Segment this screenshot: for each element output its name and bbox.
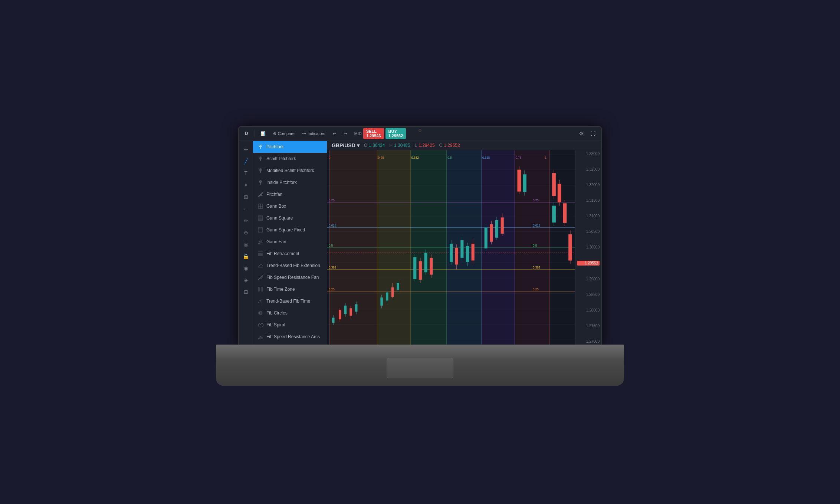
- lock-tool[interactable]: 🔒: [240, 251, 252, 262]
- toolbar-right: ⚙ ⛶: [576, 128, 598, 139]
- fullscreen-button[interactable]: ⛶: [588, 128, 598, 139]
- crosshair-tool[interactable]: ✛: [240, 144, 252, 155]
- gann-fan-icon: [257, 239, 263, 245]
- symbol-bar: GBP/USD ▾ O 1.30434 H 1.30485 L 1.29425: [327, 141, 601, 150]
- laptop-touchpad: [387, 358, 453, 378]
- menu-item-fib-speed-fan[interactable]: Fib Speed Resistance Fan: [253, 271, 327, 283]
- menu-item-fib-time-zone[interactable]: Fib Time Zone: [253, 283, 327, 295]
- svg-rect-123: [490, 224, 493, 241]
- zoom-tool[interactable]: ⊕: [240, 227, 252, 238]
- menu-item-trend-fib-ext[interactable]: Trend-Based Fib Extension: [253, 260, 327, 271]
- chart-type-button[interactable]: 📊: [257, 130, 269, 138]
- high-value: 1.30485: [394, 143, 410, 148]
- menu-item-trend-fib-time[interactable]: Trend-Based Fib Time: [253, 295, 327, 307]
- price-1.31000: 1.31000: [577, 214, 600, 218]
- open-label: O: [364, 143, 367, 148]
- eye-tool[interactable]: ◉: [240, 263, 252, 274]
- menu-item-gann-box[interactable]: Gann Box: [253, 200, 327, 212]
- svg-rect-133: [552, 173, 556, 196]
- menu-item-fib-retracement[interactable]: Fib Retracement: [253, 248, 327, 260]
- menu-item-trend-fib-ext-label: Trend-Based Fib Extension: [266, 263, 320, 268]
- line-tool[interactable]: ╱: [240, 156, 252, 167]
- price-1.28000: 1.28000: [577, 308, 600, 312]
- grid-tool[interactable]: ⊞: [240, 191, 252, 202]
- menu-item-modified-schiff[interactable]: Modified Schiff Pitchfork: [253, 165, 327, 177]
- menu-item-gann-square[interactable]: Gann Square: [253, 212, 327, 224]
- settings-button[interactable]: ⚙: [576, 128, 586, 139]
- svg-rect-125: [495, 220, 498, 237]
- svg-line-29: [260, 300, 261, 303]
- svg-text:0.5: 0.5: [533, 243, 537, 247]
- indicators-icon: 〜: [302, 131, 306, 136]
- measure-tool[interactable]: ✦: [240, 179, 252, 191]
- menu-item-fib-spiral-label: Fib Spiral: [266, 322, 285, 327]
- magnet-tool[interactable]: ◎: [240, 239, 252, 250]
- gann-square-icon: [257, 215, 263, 221]
- chart-type-icon: 📊: [260, 131, 266, 136]
- svg-text:0.618: 0.618: [329, 223, 337, 227]
- price-scale: 1.33000 1.32500 1.32000 1.31500 1.31000 …: [575, 150, 601, 345]
- trend-fib-ext-icon: [257, 263, 263, 269]
- left-toolbar: ✛ ╱ T ✦ ⊞ ← ✏ ⊕ ◎ 🔒 ◉ ◈ ⊟: [239, 141, 253, 348]
- trend-fib-time-icon: [257, 298, 263, 304]
- svg-rect-135: [558, 184, 561, 202]
- price-1.27000: 1.27000: [577, 339, 600, 343]
- svg-rect-91: [350, 308, 352, 316]
- menu-item-fib-speed-arcs-label: Fib Speed Resistance Arcs: [266, 334, 320, 339]
- menu-item-schiff[interactable]: Schiff Pitchfork: [253, 153, 327, 165]
- undo-button[interactable]: ↩: [330, 130, 339, 138]
- svg-point-33: [260, 313, 261, 313]
- redo-icon: ↪: [344, 131, 347, 136]
- fib-circles-icon: [257, 310, 263, 316]
- svg-line-18: [258, 264, 260, 267]
- price-1.31500: 1.31500: [577, 198, 600, 202]
- menu-item-gann-box-label: Gann Box: [266, 204, 286, 209]
- menu-item-pitchfork[interactable]: Pitchfork: [253, 141, 327, 153]
- svg-text:0.25: 0.25: [533, 287, 539, 291]
- redo-button[interactable]: ↪: [341, 130, 350, 138]
- bookmark-tool[interactable]: ◈: [240, 274, 252, 286]
- menu-item-gann-square-fixed[interactable]: Gann Square Fixed: [253, 224, 327, 236]
- price-1.28500: 1.28500: [577, 293, 600, 297]
- indicators-button[interactable]: 〜 Indicators: [299, 129, 328, 138]
- menu-item-fib-spiral[interactable]: Fib Spiral: [253, 319, 327, 331]
- menu-item-fib-retracement-label: Fib Retracement: [266, 251, 299, 256]
- text-tool[interactable]: T: [240, 168, 252, 179]
- close-value: 1.29552: [444, 143, 460, 148]
- timeframe-button[interactable]: D: [242, 129, 251, 138]
- buy-button[interactable]: BUY 1.29562: [385, 128, 406, 139]
- svg-rect-111: [450, 244, 453, 262]
- menu-item-gann-fan[interactable]: Gann Fan: [253, 236, 327, 248]
- svg-text:0.382: 0.382: [411, 155, 419, 159]
- menu-item-trend-fib-time-label: Trend-Based Fib Time: [266, 299, 310, 304]
- menu-item-fib-circles[interactable]: Fib Circles: [253, 307, 327, 319]
- fib-spiral-icon: [257, 322, 263, 328]
- svg-text:1: 1: [545, 155, 547, 159]
- mid-label: MID: [354, 131, 362, 136]
- menu-item-pitchfan[interactable]: Pitchfan: [253, 188, 327, 200]
- sell-button[interactable]: SELL 1.29543: [363, 128, 384, 139]
- svg-rect-141: [552, 205, 556, 222]
- svg-text:0.75: 0.75: [329, 198, 335, 202]
- menu-item-fib-speed-fan-label: Fib Speed Resistance Fan: [266, 275, 319, 280]
- close-label: C: [439, 143, 443, 148]
- high-item: H 1.30485: [389, 143, 410, 148]
- buy-price: 1.29562: [388, 134, 403, 138]
- fib-speed-arcs-icon: [257, 334, 263, 340]
- svg-line-28: [258, 300, 260, 303]
- menu-item-pitchfan-label: Pitchfan: [266, 192, 282, 197]
- menu-item-fib-speed-arcs[interactable]: Fib Speed Resistance Arcs: [253, 331, 327, 343]
- pencil-tool[interactable]: ✏: [240, 215, 252, 226]
- gann-box-icon: [257, 203, 263, 209]
- svg-rect-119: [472, 244, 475, 260]
- svg-rect-107: [424, 253, 427, 272]
- back-tool[interactable]: ←: [240, 203, 252, 214]
- compare-button[interactable]: ⊕ Compare: [270, 130, 298, 138]
- open-item: O 1.30434: [364, 143, 385, 148]
- trash-tool[interactable]: ⊟: [240, 286, 252, 297]
- menu-item-inside-pitchfork[interactable]: Inside Pitchfork: [253, 177, 327, 188]
- laptop-camera: [419, 129, 421, 132]
- svg-text:0.75: 0.75: [533, 198, 539, 202]
- main-content: ✛ ╱ T ✦ ⊞ ← ✏ ⊕ ◎ 🔒 ◉ ◈ ⊟: [239, 141, 601, 348]
- svg-rect-105: [419, 261, 422, 280]
